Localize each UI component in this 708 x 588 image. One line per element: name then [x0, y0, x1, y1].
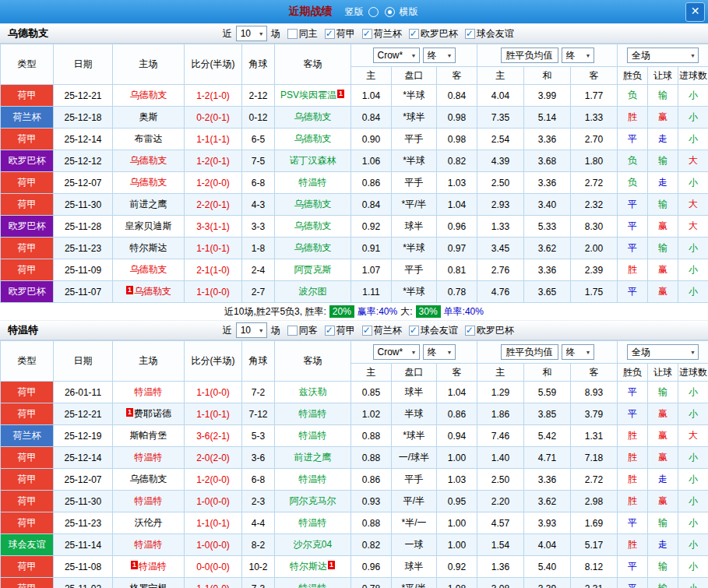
bookmaker-select[interactable]: Crow*▼ [373, 48, 420, 63]
away-team[interactable]: 前进之鹰 [294, 452, 332, 463]
home-team[interactable]: 特温特 [135, 452, 163, 463]
away-team[interactable]: 阿贾克斯 [294, 264, 332, 275]
league-cell: 荷甲 [1, 578, 54, 588]
avg-final-select[interactable]: 终▼ [562, 344, 594, 360]
home-team[interactable]: 特温特 [139, 561, 167, 572]
outcome-handicap: 输 [648, 512, 678, 534]
outcome-result: 负 [618, 85, 648, 107]
home-team[interactable]: 特温特 [135, 495, 163, 506]
odds-final-select[interactable]: 终▼ [423, 344, 456, 360]
league-cell: 荷甲 [1, 447, 54, 469]
home-team[interactable]: 布雷达 [135, 133, 163, 144]
filter-checkbox-欧罗巴杯[interactable] [465, 326, 475, 336]
home-team[interactable]: 乌德勒支 [134, 286, 171, 297]
home-team[interactable]: 斯帕肯堡 [130, 430, 167, 441]
score-cell: 0-0(0-0) [185, 556, 242, 578]
filter-label: 球会友谊 [477, 27, 514, 40]
corners-cell: 2-3 [242, 491, 275, 512]
away-team[interactable]: 沙尔克04 [294, 539, 332, 550]
league-cell: 荷甲 [1, 194, 54, 216]
away-cell: 特温特 [275, 403, 351, 425]
filter-checkbox-欧罗巴杯[interactable] [409, 29, 419, 39]
league-cell: 荷甲 [1, 382, 54, 403]
col-header: 客场 [275, 341, 351, 382]
filter-checkbox-同客[interactable] [287, 326, 298, 336]
filter-option: 同主 [287, 27, 318, 40]
avg-away: 3.79 [571, 403, 618, 425]
col-header: 主场 [113, 44, 185, 85]
filter-checkbox-球会友谊[interactable] [409, 326, 419, 336]
filter-checkbox-荷兰杯[interactable] [362, 29, 372, 39]
vertical-layout-radio[interactable] [368, 7, 379, 17]
avg-final-select[interactable]: 终▼ [562, 48, 594, 63]
away-cell: 阿贾克斯 [275, 259, 351, 281]
away-team[interactable]: 特温特 [299, 583, 327, 588]
home-cell: 乌德勒支 [113, 259, 185, 281]
outcome-goals: 大 [678, 150, 708, 172]
home-team[interactable]: 前进之鹰 [130, 199, 167, 209]
home-team[interactable]: 乌德勒支 [130, 155, 167, 166]
away-team[interactable]: 特温特 [299, 430, 327, 441]
league-cell: 荷甲 [1, 238, 54, 259]
horizontal-layout-radio[interactable] [385, 7, 395, 17]
home-team[interactable]: 奥斯 [139, 111, 158, 122]
filter-checkbox-荷兰杯[interactable] [362, 326, 372, 336]
away-team[interactable]: 乌德勒支 [294, 133, 332, 144]
home-team[interactable]: 乌德勒支 [130, 90, 167, 100]
outcome-goals: 小 [678, 238, 708, 259]
away-team[interactable]: 乌德勒支 [294, 199, 332, 209]
table-body: 荷甲25-12-21乌德勒支1-2(1-0)2-12PSV埃因霍温11.04*半… [1, 85, 708, 303]
corners-cell: 1-8 [242, 238, 275, 259]
odds-home: 0.96 [351, 556, 392, 578]
col-header: 比分(半场) [185, 44, 242, 85]
odds-home: 1.02 [351, 403, 392, 425]
home-team[interactable]: 皇家贝迪斯 [125, 220, 172, 231]
home-team[interactable]: 乌德勒支 [130, 264, 167, 275]
home-team[interactable]: 费耶诺德 [134, 408, 171, 419]
corners-cell: 3-3 [242, 216, 275, 238]
away-team[interactable]: 特温特 [299, 177, 327, 188]
home-cell: 沃伦丹 [113, 512, 185, 534]
away-team[interactable]: 特尔斯达 [290, 561, 327, 572]
home-team[interactable]: 特温特 [135, 539, 163, 550]
recent-count-select[interactable]: 10▼ [236, 26, 267, 41]
away-team[interactable]: 波尔图 [299, 286, 327, 297]
home-team[interactable]: 乌德勒支 [130, 177, 167, 188]
avg-away: 1.33 [571, 107, 618, 129]
avg-home: 4.57 [477, 512, 524, 534]
close-button[interactable]: ✕ [685, 2, 705, 22]
away-team[interactable]: 乌德勒支 [294, 220, 332, 231]
filter-checkbox-荷甲[interactable] [325, 29, 335, 39]
odds-home: 1.04 [351, 85, 392, 107]
away-team[interactable]: PSV埃因霍温 [280, 90, 336, 100]
odds-final-select[interactable]: 终▼ [423, 48, 456, 63]
avg-draw: 3.68 [524, 150, 571, 172]
away-team[interactable]: 乌德勒支 [294, 242, 332, 253]
summary-rate-text: 赢率:40% [358, 305, 397, 319]
recent-count-select[interactable]: 10▼ [236, 322, 267, 338]
home-team[interactable]: 特温特 [135, 386, 163, 397]
filter-checkbox-同主[interactable] [287, 29, 298, 39]
avg-away: 2.00 [571, 238, 618, 259]
bookmaker-select[interactable]: Crow*▼ [373, 344, 420, 360]
away-team[interactable]: 乌德勒支 [294, 111, 332, 122]
date-cell: 25-12-07 [54, 469, 113, 491]
home-team[interactable]: 沃伦丹 [135, 517, 163, 528]
home-team[interactable]: 格罗宁根 [130, 583, 167, 588]
filter-checkbox-球会友谊[interactable] [465, 29, 475, 39]
away-team[interactable]: 阿尔克马尔 [290, 495, 336, 506]
away-team[interactable]: 特温特 [299, 517, 327, 528]
scope-select[interactable]: 全场▼ [627, 48, 699, 63]
away-team[interactable]: 诺丁汉森林 [290, 155, 336, 166]
away-team[interactable]: 特温特 [299, 474, 327, 484]
match-row: 荷甲25-11-23沃伦丹1-1(0-1)4-4特温特0.88*半/一1.004… [1, 512, 708, 534]
home-team[interactable]: 特尔斯达 [130, 242, 167, 253]
away-team[interactable]: 兹沃勒 [299, 386, 327, 397]
scope-select[interactable]: 全场▼ [627, 344, 699, 360]
away-team[interactable]: 特温特 [299, 408, 327, 419]
subcol-header: 主 [351, 364, 392, 382]
home-cell: 特尔斯达 [113, 238, 185, 259]
corners-cell: 7-5 [242, 150, 275, 172]
filter-checkbox-荷甲[interactable] [325, 326, 335, 336]
home-team[interactable]: 乌德勒支 [130, 474, 167, 484]
